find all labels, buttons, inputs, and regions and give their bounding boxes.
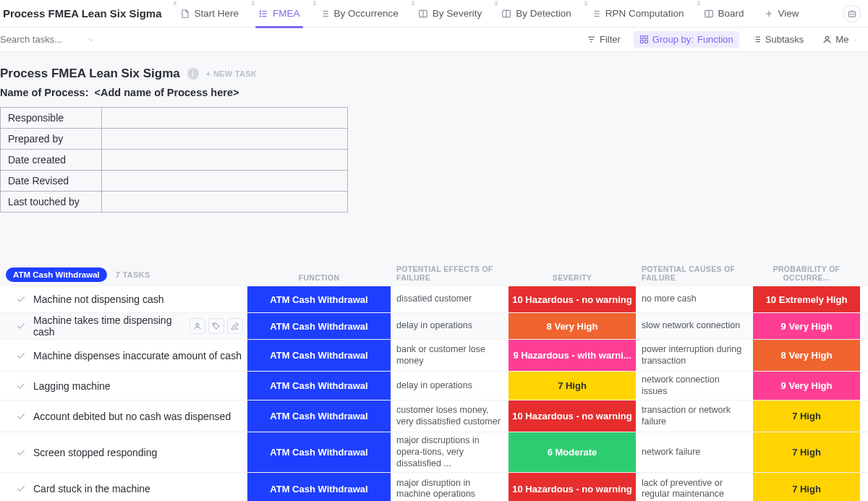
- task-name-cell[interactable]: Machine not dispensing cash: [0, 286, 247, 312]
- severity-cell[interactable]: 10 Hazardous - no warning: [509, 473, 636, 501]
- effects-cell[interactable]: major discruptions in opera-tions, very …: [391, 432, 509, 472]
- function-cell[interactable]: ATM Cash Withdrawal: [247, 340, 391, 371]
- me-button[interactable]: Me ·: [817, 31, 862, 48]
- column-header-probability[interactable]: PROBABILITY OF OCCURRE...: [753, 265, 860, 282]
- check-icon[interactable]: [16, 484, 26, 494]
- severity-cell[interactable]: 8 Very High: [509, 313, 636, 339]
- task-name: Card stuck in the machine: [33, 483, 150, 494]
- tab-rpn-computation[interactable]: ⊼RPN Computation: [582, 0, 693, 27]
- causes-cell[interactable]: network connection issues: [636, 372, 753, 400]
- tab-start-here[interactable]: ⊼Start Here: [171, 0, 248, 27]
- search-input[interactable]: [0, 34, 80, 45]
- tab-by-detection[interactable]: ⊼By Detection: [492, 0, 580, 27]
- column-header-effects[interactable]: POTENTIAL EFFECTS OF FAILURE: [391, 265, 509, 282]
- probability-cell[interactable]: 8 Very High: [753, 340, 860, 371]
- tab-label: Start Here: [195, 8, 239, 19]
- causes-cell[interactable]: network failure: [636, 432, 753, 472]
- svg-rect-35: [644, 40, 647, 43]
- column-header-severity[interactable]: SEVERITY: [509, 273, 636, 282]
- group-task-count: 7 TASKS: [116, 270, 150, 279]
- severity-cell[interactable]: 6 Moderate: [509, 432, 636, 472]
- causes-cell[interactable]: slow network connection: [636, 313, 753, 339]
- column-header-causes[interactable]: POTENTIAL CAUSES OF FAILURE: [636, 265, 753, 282]
- svg-point-36: [826, 36, 829, 39]
- severity-cell[interactable]: 9 Hazardous - with warni...: [509, 340, 636, 371]
- severity-cell[interactable]: 7 High: [509, 372, 636, 400]
- task-name-cell[interactable]: Machine takes time dispensing cash: [0, 313, 247, 339]
- subtasks-button[interactable]: Subtasks: [746, 31, 809, 48]
- column-header-function[interactable]: FUNCTION: [247, 273, 391, 282]
- task-name: Machine dispenses inaccurate amount of c…: [33, 350, 242, 361]
- task-row[interactable]: Account debited but no cash was dispense…: [0, 401, 868, 432]
- search-wrap: [0, 34, 95, 45]
- effects-cell[interactable]: dissatied customer: [391, 286, 509, 312]
- process-name-row: Name of Process: <Add name of Process he…: [0, 81, 868, 98]
- tab-view[interactable]: View: [754, 0, 808, 27]
- causes-cell[interactable]: transaction or network failure: [636, 401, 753, 432]
- check-icon[interactable]: [16, 321, 26, 331]
- task-name-cell[interactable]: Lagging machine: [0, 372, 247, 400]
- check-icon[interactable]: [16, 411, 26, 421]
- group-by-button[interactable]: Group by: Function: [634, 31, 739, 48]
- tab-board[interactable]: ⊼Board: [694, 0, 753, 27]
- toolbar: Filter Group by: Function Subtasks Me ·: [0, 27, 868, 52]
- function-cell[interactable]: ATM Cash Withdrawal: [247, 473, 391, 501]
- svg-point-3: [260, 10, 260, 11]
- function-cell[interactable]: ATM Cash Withdrawal: [247, 432, 391, 472]
- check-icon[interactable]: [16, 294, 26, 304]
- check-icon[interactable]: [16, 381, 26, 391]
- probability-cell[interactable]: 7 High: [753, 432, 860, 472]
- effects-cell[interactable]: customer loses money, very dissatisfied …: [391, 401, 509, 432]
- probability-cell[interactable]: 9 Very High: [753, 313, 860, 339]
- task-row[interactable]: Machine not dispensing cashATM Cash With…: [0, 286, 868, 313]
- tag-icon[interactable]: [208, 318, 224, 334]
- function-cell[interactable]: ATM Cash Withdrawal: [247, 401, 391, 432]
- causes-cell[interactable]: power interruption during transaction: [636, 340, 753, 371]
- function-cell[interactable]: ATM Cash Withdrawal: [247, 313, 391, 339]
- task-row[interactable]: Lagging machineATM Cash Withdrawaldelay …: [0, 372, 868, 401]
- chevron-down-icon[interactable]: [87, 35, 95, 44]
- tab-by-occurrence[interactable]: ⊼By Occurrence: [310, 0, 407, 27]
- tab-label: FMEA: [273, 8, 300, 19]
- info-icon[interactable]: i: [187, 68, 199, 80]
- probability-cell[interactable]: 7 High: [753, 473, 860, 501]
- severity-cell[interactable]: 10 Hazardous - no warning: [509, 401, 636, 432]
- automation-button[interactable]: [843, 5, 861, 22]
- probability-cell[interactable]: 10 Extremely High: [753, 286, 860, 312]
- function-cell[interactable]: ATM Cash Withdrawal: [247, 286, 391, 312]
- task-row[interactable]: Screen stopped respondingATM Cash Withdr…: [0, 432, 868, 473]
- check-icon[interactable]: [16, 448, 26, 458]
- plus-icon: [764, 9, 774, 19]
- group-chip[interactable]: ATM Cash Withdrawal: [6, 267, 107, 282]
- meta-key: Last touched by: [1, 192, 102, 213]
- doc-icon: [180, 9, 190, 19]
- probability-cell[interactable]: 9 Very High: [753, 372, 860, 400]
- task-name-cell[interactable]: Account debited but no cash was dispense…: [0, 401, 247, 432]
- effects-cell[interactable]: major disruption in machine operations: [391, 473, 509, 501]
- filter-button[interactable]: Filter: [581, 31, 626, 48]
- effects-cell[interactable]: delay in operations: [391, 372, 509, 400]
- assign-icon[interactable]: [190, 318, 205, 334]
- task-name-cell[interactable]: Machine dispenses inaccurate amount of c…: [0, 340, 247, 371]
- svg-rect-32: [640, 36, 643, 39]
- task-name-cell[interactable]: Screen stopped responding: [0, 432, 247, 472]
- tab-by-severity[interactable]: ⊼By Severity: [409, 0, 490, 27]
- check-icon[interactable]: [16, 351, 26, 361]
- task-row[interactable]: Machine dispenses inaccurate amount of c…: [0, 340, 868, 372]
- svg-point-28: [853, 14, 854, 14]
- group-header: ATM Cash Withdrawal 7 TASKS FUNCTION POT…: [0, 223, 868, 286]
- tab-fmea[interactable]: ⊼FMEA: [249, 0, 309, 27]
- task-name-cell[interactable]: Card stuck in the machine: [0, 473, 247, 501]
- function-cell[interactable]: ATM Cash Withdrawal: [247, 372, 391, 400]
- effects-cell[interactable]: delay in operations: [391, 313, 509, 339]
- effects-cell[interactable]: bank or customer lose money: [391, 340, 509, 371]
- causes-cell[interactable]: lack of preventive or regular maintenanc…: [636, 473, 753, 501]
- task-row[interactable]: Machine takes time dispensing cashATM Ca…: [0, 313, 868, 340]
- task-row[interactable]: Card stuck in the machineATM Cash Withdr…: [0, 473, 868, 501]
- board-icon: [704, 9, 714, 19]
- new-task-button[interactable]: + NEW TASK: [206, 69, 257, 78]
- causes-cell[interactable]: no more cash: [636, 286, 753, 312]
- probability-cell[interactable]: 7 High: [753, 401, 860, 432]
- edit-icon[interactable]: [227, 318, 243, 334]
- severity-cell[interactable]: 10 Hazardous - no warning: [509, 286, 636, 312]
